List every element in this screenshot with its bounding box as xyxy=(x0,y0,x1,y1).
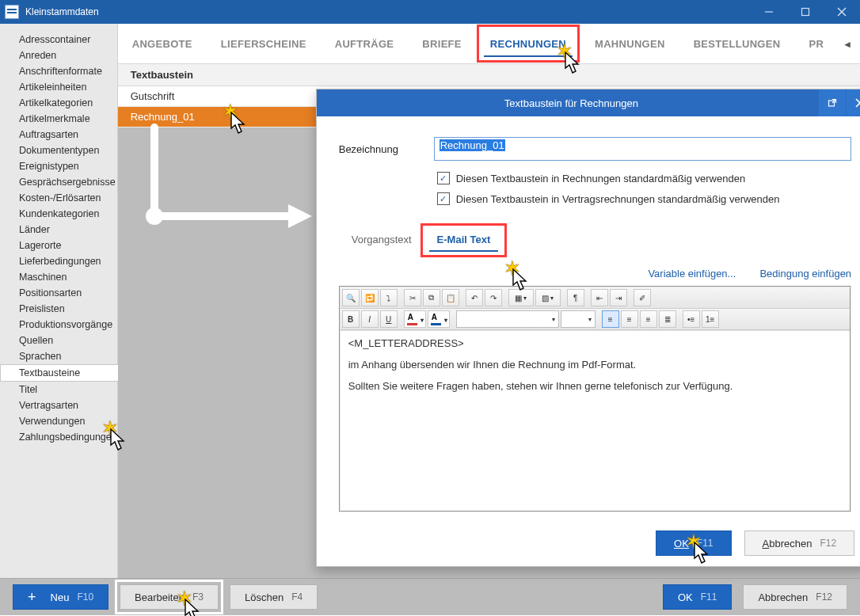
toolbar-align-right-icon[interactable]: ≡ xyxy=(640,310,657,328)
bezeichnung-field[interactable]: Rechnung_01 xyxy=(434,137,851,161)
sidebar-item[interactable]: Vertragsarten xyxy=(0,397,117,413)
toolbar-find-icon[interactable]: 🔍 xyxy=(342,289,360,306)
dialog-title: Textbaustein für Rechnungen xyxy=(325,97,818,109)
sidebar-item[interactable]: Positionsarten xyxy=(0,285,117,301)
dialog-popout-button[interactable] xyxy=(819,89,846,116)
sidebar-item[interactable]: Gesprächsergebnisse xyxy=(0,174,117,190)
tab[interactable]: ANGEBOTE xyxy=(118,24,207,63)
toolbar-size-select[interactable] xyxy=(561,310,596,328)
toolbar-clearformat-icon[interactable]: ✐ xyxy=(634,289,651,306)
sidebar-item[interactable]: Länder xyxy=(0,222,117,238)
checkbox-icon xyxy=(437,192,450,205)
richtext-editor: 🔍 🔁 ⤵ ✂ ⧉ 📋 ↶ ↷ ▦ ▧ ¶ xyxy=(339,286,851,512)
toolbar-number-list-icon[interactable]: 1≡ xyxy=(702,310,719,328)
sidebar-item[interactable]: Zahlungsbedingungen xyxy=(0,429,117,445)
sidebar-item[interactable]: Textbausteine xyxy=(0,364,118,382)
loeschen-button[interactable]: LöschenF4 xyxy=(230,584,318,610)
inner-tab[interactable]: E-Mail Text xyxy=(424,227,504,253)
chk-standard-vertrag[interactable]: Diesen Textbaustein in Vertragsrechnunge… xyxy=(437,192,851,205)
toolbar-replace-icon[interactable]: 🔁 xyxy=(361,289,379,306)
tab[interactable]: MAHNUNGEN xyxy=(580,24,679,63)
chk-standard-rechnungen[interactable]: Diesen Textbaustein in Rechnungen standa… xyxy=(437,172,851,184)
minimize-button[interactable] xyxy=(751,0,787,24)
toolbar-next-icon[interactable]: ⤵ xyxy=(380,289,398,306)
sidebar-item[interactable]: Dokumententypen xyxy=(0,143,117,158)
toolbar-align-left-icon[interactable]: ≡ xyxy=(602,310,619,328)
neu-button[interactable]: NeuF10 xyxy=(13,584,108,610)
bezeichnung-value: Rechnung_01 xyxy=(440,139,505,151)
toolbar-indent-icon[interactable]: ⇥ xyxy=(610,289,627,306)
sidebar-item[interactable]: Artikelmerkmale xyxy=(0,111,117,127)
label-bezeichnung: Bezeichnung xyxy=(339,143,434,155)
sidebar-item[interactable]: Sprachen xyxy=(0,348,117,364)
window-title: Kleinstammdaten xyxy=(25,6,751,17)
main-ok-button[interactable]: OKF11 xyxy=(663,584,732,610)
tab[interactable]: BESTELLUNGEN xyxy=(679,24,795,63)
link-bedingung-einfuegen[interactable]: Bedingung einfügen xyxy=(759,268,851,279)
sidebar-item[interactable]: Verwendungen xyxy=(0,413,117,429)
editor-line: <M_LETTERADDRESS> xyxy=(348,337,842,349)
tab[interactable]: AUFTRÄGE xyxy=(321,24,409,63)
editor-toolbar-2: B I U ▾ ▾ ≡ ≡ ≡ ≣ xyxy=(341,309,850,330)
tab[interactable]: LIEFERSCHEINE xyxy=(207,24,321,63)
toolbar-paste-icon[interactable]: 📋 xyxy=(442,289,459,306)
tab[interactable]: PR xyxy=(794,24,838,63)
sidebar-item[interactable]: Kundenkategorien xyxy=(0,206,117,222)
toolbar-border-icon[interactable]: ▧ xyxy=(535,289,561,306)
sidebar-item[interactable]: Artikelkategorien xyxy=(0,95,117,111)
toolbar-fontcolor-icon[interactable]: ▾ xyxy=(404,310,426,328)
sidebar-item[interactable]: Titel xyxy=(0,382,117,397)
maximize-button[interactable] xyxy=(787,0,824,24)
dialog-cancel-button[interactable]: Abbrechen F12 xyxy=(744,530,855,556)
sidebar-item[interactable]: Maschinen xyxy=(0,269,117,285)
sidebar-item[interactable]: Produktionsvorgänge xyxy=(0,317,117,333)
toolbar-redo-icon[interactable]: ↷ xyxy=(485,289,502,306)
sidebar-item[interactable]: Preislisten xyxy=(0,301,117,317)
bearbeiten-button[interactable]: BearbeitenF3 xyxy=(120,584,219,610)
sidebar-item[interactable]: Ereignistypen xyxy=(0,158,117,174)
sidebar-item[interactable]: Auftragsarten xyxy=(0,127,117,143)
tab[interactable]: BRIEFE xyxy=(408,24,475,63)
list-header: Textbaustein xyxy=(118,64,860,86)
link-variable-einfuegen[interactable]: Variable einfügen... xyxy=(648,268,736,279)
bottom-bar: NeuF10 BearbeitenF3 LöschenF4 OKF11 Abbr… xyxy=(0,578,860,615)
tab-scroll-right[interactable]: ▸ xyxy=(857,24,860,63)
sidebar-item[interactable]: Lieferbedingungen xyxy=(0,253,117,269)
tutorial-arrow xyxy=(142,121,316,248)
toolbar-bullet-list-icon[interactable]: •≡ xyxy=(683,310,700,328)
toolbar-copy-icon[interactable]: ⧉ xyxy=(423,289,440,306)
sidebar-item[interactable]: Quellen xyxy=(0,333,117,348)
dialog-ok-button[interactable]: OK F11 xyxy=(656,530,731,556)
toolbar-font-select[interactable] xyxy=(456,310,559,328)
chk-label: Diesen Textbaustein in Rechnungen standa… xyxy=(456,173,745,184)
close-button[interactable] xyxy=(824,0,860,24)
toolbar-highlight-icon[interactable]: ▾ xyxy=(428,310,450,328)
sidebar-item[interactable]: Adresscontainer xyxy=(0,32,117,48)
sidebar-item[interactable]: Kosten-/Erlösarten xyxy=(0,190,117,206)
sidebar-item[interactable]: Anschriftenformate xyxy=(0,63,117,79)
editor-textarea[interactable]: <M_LETTERADDRESS> im Anhang übersenden w… xyxy=(341,330,850,511)
app-icon xyxy=(5,5,19,19)
sidebar-item[interactable]: Anreden xyxy=(0,48,117,63)
toolbar-undo-icon[interactable]: ↶ xyxy=(466,289,483,306)
toolbar-cut-icon[interactable]: ✂ xyxy=(404,289,421,306)
tab[interactable]: RECHNUNGEN xyxy=(476,24,580,63)
chk-label: Diesen Textbaustein in Vertragsrechnunge… xyxy=(456,193,780,205)
dialog-titlebar: Textbaustein für Rechnungen xyxy=(317,89,860,116)
textblock-dialog: Textbaustein für Rechnungen Bezeichnung … xyxy=(316,89,860,567)
toolbar-align-justify-icon[interactable]: ≣ xyxy=(659,310,676,328)
toolbar-pilcrow-icon[interactable]: ¶ xyxy=(567,289,584,306)
toolbar-align-center-icon[interactable]: ≡ xyxy=(621,310,638,328)
toolbar-italic-icon[interactable]: I xyxy=(361,310,379,328)
toolbar-bold-icon[interactable]: B xyxy=(342,310,360,328)
sidebar-item[interactable]: Artikeleinheiten xyxy=(0,79,117,95)
sidebar-item[interactable]: Lagerorte xyxy=(0,238,117,253)
toolbar-outdent-icon[interactable]: ⇤ xyxy=(591,289,608,306)
toolbar-underline-icon[interactable]: U xyxy=(380,310,398,328)
inner-tab[interactable]: Vorgangstext xyxy=(339,227,424,253)
tab-scroll-left[interactable]: ◂ xyxy=(838,24,857,63)
toolbar-table-icon[interactable]: ▦ xyxy=(508,289,534,306)
main-cancel-button[interactable]: AbbrechenF12 xyxy=(743,584,847,610)
sidebar: AdresscontainerAnredenAnschriftenformate… xyxy=(0,24,118,578)
dialog-close-button[interactable] xyxy=(847,89,860,116)
